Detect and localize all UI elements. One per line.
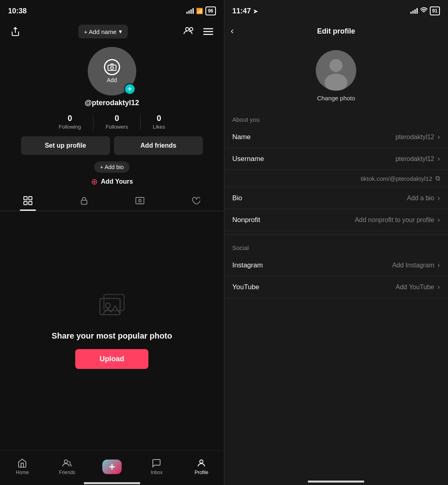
nav-inbox[interactable]: Inbox [134, 451, 179, 483]
back-button[interactable]: ‹ [231, 26, 234, 36]
likes-stat[interactable]: 0 Likes [141, 114, 177, 130]
time-left: 10:38 [8, 7, 27, 15]
youtube-row[interactable]: YouTube Add YouTube › [224, 276, 448, 298]
time-right: 11:47 ➤ [232, 7, 258, 15]
nav-profile[interactable]: Profile [179, 451, 224, 483]
bio-chevron-icon: › [437, 194, 440, 202]
instagram-label: Instagram [232, 261, 263, 269]
social-header: Social [224, 238, 448, 254]
nonprofit-value: Add nonprofit to your profile › [355, 216, 440, 224]
about-you-header: About you [224, 110, 448, 126]
youtube-label: YouTube [232, 283, 260, 291]
home-bar-right [308, 481, 364, 483]
svg-rect-10 [24, 201, 27, 205]
bottom-nav-left: Home Friends Inbox [0, 450, 224, 483]
avatar-add-label: Add [107, 77, 117, 83]
wifi-icon: 📶 [196, 8, 203, 14]
upload-button[interactable]: Upload [75, 349, 148, 369]
add-bio-button[interactable]: + Add bio [94, 161, 129, 173]
name-value: pterodaktyl12 › [395, 133, 440, 141]
set-up-profile-button[interactable]: Set up profile [21, 136, 110, 155]
stats-row: 0 Following 0 Followers 0 Likes [8, 114, 216, 130]
likes-label: Likes [153, 124, 165, 130]
menu-icon[interactable] [201, 24, 216, 39]
battery-left: 96 [205, 6, 216, 15]
photo-placeholder-icon [96, 292, 128, 322]
username-label: Username [232, 155, 264, 163]
following-count: 0 [68, 114, 72, 123]
svg-point-17 [106, 303, 110, 308]
profile-section: Add + @pterodaktyl12 0 Following 0 Follo… [0, 43, 224, 191]
action-buttons: Set up profile Add friends [8, 136, 216, 155]
battery-right: 91 [430, 6, 440, 15]
home-indicator-right [224, 473, 448, 485]
tab-tagged[interactable] [112, 191, 168, 211]
edit-profile-header: ‹ Edit profile [224, 20, 448, 42]
tab-liked[interactable] [168, 191, 224, 211]
nav-profile-label: Profile [194, 470, 208, 475]
nav-home[interactable]: Home [0, 451, 45, 483]
following-stat[interactable]: 0 Following [46, 114, 93, 130]
username-value: pterodaktyl12 › [395, 155, 440, 163]
nav-create[interactable] [89, 451, 134, 483]
edit-avatar-circle[interactable] [316, 50, 356, 91]
nav-friends[interactable]: Friends [45, 451, 90, 483]
followers-label: Followers [106, 124, 128, 130]
youtube-chevron-icon: › [437, 283, 440, 291]
form-section: About you Name pterodaktyl12 › Username … [224, 110, 448, 473]
nav-center-group: + Add name ▾ [78, 25, 128, 38]
copy-icon[interactable]: ⧉ [435, 175, 440, 182]
location-arrow-icon: ➤ [253, 8, 258, 15]
tab-grid[interactable] [0, 191, 56, 211]
top-nav-left: + Add name ▾ [0, 20, 224, 43]
wifi-icon-right [420, 7, 427, 15]
instagram-row[interactable]: Instagram Add Instagram › [224, 254, 448, 276]
avatar-wrapper[interactable]: Add + [88, 47, 136, 95]
svg-point-23 [330, 59, 342, 72]
bio-row[interactable]: Bio Add a bio › [224, 187, 448, 209]
svg-point-14 [139, 199, 141, 202]
name-chevron-icon: › [437, 133, 440, 141]
nav-inbox-label: Inbox [151, 470, 163, 475]
share-icon[interactable] [8, 24, 23, 39]
connections-icon[interactable] [183, 26, 194, 37]
left-panel: 10:38 📶 96 + Add name ▾ [0, 0, 224, 485]
name-row[interactable]: Name pterodaktyl12 › [224, 126, 448, 148]
status-icons-left: 📶 96 [186, 6, 216, 15]
username-row[interactable]: Username pterodaktyl12 › [224, 148, 448, 170]
tiktok-url-text: tiktok.com/@pterodaktyl12 [361, 175, 432, 182]
add-yours-label: Add Yours [101, 178, 133, 185]
nonprofit-row[interactable]: Nonprofit Add nonprofit to your profile … [224, 209, 448, 231]
nonprofit-chevron-icon: › [437, 216, 440, 224]
content-tabs [0, 191, 224, 211]
svg-point-24 [325, 74, 347, 91]
add-friends-button[interactable]: Add friends [114, 136, 203, 155]
tab-private[interactable] [56, 191, 112, 211]
instagram-value: Add Instagram › [392, 261, 440, 269]
bio-value: Add a bio › [407, 194, 440, 202]
status-icons-right: 91 [410, 6, 440, 15]
camera-icon [104, 59, 120, 75]
edit-avatar-section: Change photo [224, 42, 448, 110]
svg-rect-13 [136, 197, 144, 204]
add-name-button[interactable]: + Add name ▾ [78, 25, 128, 38]
followers-stat[interactable]: 0 Followers [93, 114, 141, 130]
nonprofit-label: Nonprofit [232, 216, 260, 224]
bio-label: Bio [232, 194, 243, 202]
home-bar-left [84, 482, 140, 484]
tiktok-url-row: tiktok.com/@pterodaktyl12 ⧉ [224, 170, 448, 187]
instagram-chevron-icon: › [437, 261, 440, 269]
empty-content: Share your most popular photo Upload [0, 211, 224, 450]
change-photo-text[interactable]: Change photo [317, 95, 355, 102]
svg-rect-12 [81, 200, 87, 204]
add-yours-row[interactable]: ⊕ Add Yours [91, 177, 133, 186]
svg-rect-11 [29, 201, 32, 205]
signal-icon [186, 8, 194, 14]
home-indicator-left [0, 483, 224, 485]
name-label: Name [232, 133, 251, 141]
share-photo-title: Share your most popular photo [52, 330, 172, 341]
plus-badge[interactable]: + [124, 83, 135, 95]
section-divider [224, 234, 448, 235]
followers-count: 0 [114, 114, 119, 123]
create-button[interactable] [102, 460, 122, 474]
